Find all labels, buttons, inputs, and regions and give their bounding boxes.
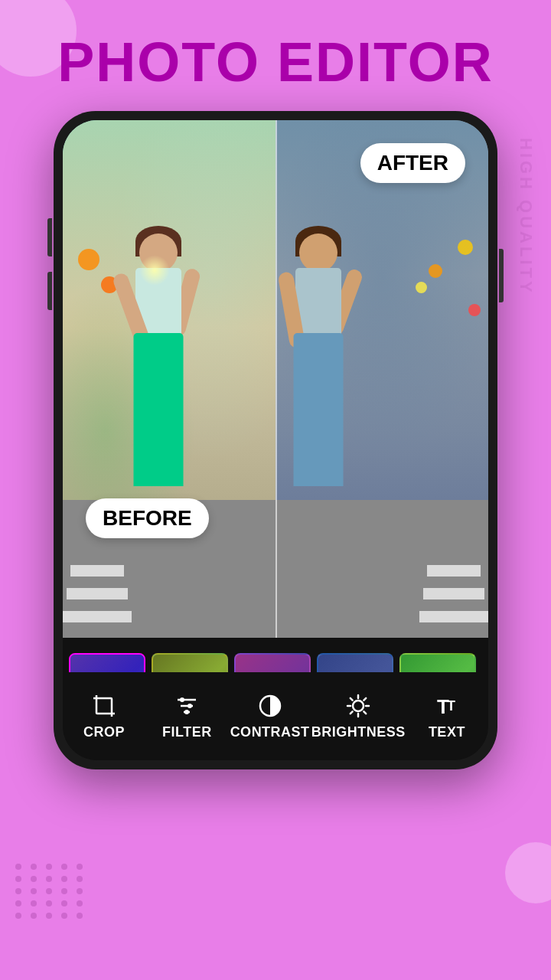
person-after <box>276 172 382 638</box>
road-stripe <box>427 565 481 577</box>
road-stripe <box>419 611 488 622</box>
tool-filter[interactable]: FILTER <box>145 692 228 740</box>
tool-text[interactable]: T T TEXT <box>406 692 488 740</box>
svg-rect-0 <box>96 698 112 714</box>
label-after: AFTER <box>360 143 465 183</box>
power-button <box>499 249 504 302</box>
watermark-text: HIGH QUALITY <box>516 138 536 296</box>
svg-point-10 <box>184 710 189 714</box>
label-before: BEFORE <box>86 498 209 538</box>
svg-line-19 <box>364 698 367 701</box>
jeans-after <box>293 333 343 486</box>
bokeh-light <box>429 264 442 278</box>
svg-line-20 <box>350 711 353 714</box>
filter-label: FILTER <box>162 724 212 740</box>
svg-text:T: T <box>447 698 455 714</box>
app-title: PHOTO EDITOR <box>0 31 551 93</box>
bokeh-light <box>458 240 473 255</box>
crop-label: CROP <box>83 724 125 740</box>
filter-icon <box>173 692 201 720</box>
contrast-icon <box>256 692 284 720</box>
text-icon: T T <box>433 692 461 720</box>
brightness-label: BRIGHTNESS <box>311 724 406 740</box>
photo-preview-area: BEFORE AFTER <box>63 120 488 638</box>
text-label: TEXT <box>429 724 465 740</box>
bokeh-light <box>416 282 427 293</box>
contrast-label: CONTRAST <box>230 724 310 740</box>
brightness-icon <box>344 692 372 720</box>
photo-after <box>276 120 488 638</box>
tool-contrast[interactable]: CONTRAST <box>229 692 311 740</box>
phone-mockup: BEFORE AFTER <box>46 111 505 769</box>
jeans-before <box>134 333 184 486</box>
light-flare <box>139 255 170 286</box>
toolbar: CROP FILTER <box>63 672 488 760</box>
volume-up-button <box>47 218 52 256</box>
tool-crop[interactable]: CROP <box>63 692 145 740</box>
road-stripe <box>423 588 484 599</box>
phone-frame: BEFORE AFTER <box>54 111 497 769</box>
dot-grid-decoration <box>15 864 86 919</box>
volume-down-button <box>47 272 52 310</box>
person-before <box>95 172 223 638</box>
svg-line-18 <box>364 711 367 714</box>
photo-before <box>63 120 276 638</box>
svg-line-17 <box>350 698 353 701</box>
svg-point-9 <box>187 704 192 708</box>
before-after-divider <box>276 120 277 638</box>
phone-screen: BEFORE AFTER <box>63 120 488 760</box>
bokeh-light <box>468 304 481 316</box>
crop-icon <box>90 692 118 720</box>
svg-point-8 <box>180 697 184 702</box>
bg-decoration-bottom <box>505 842 551 903</box>
svg-point-12 <box>353 701 364 711</box>
tool-brightness[interactable]: BRIGHTNESS <box>311 692 406 740</box>
head-after <box>299 234 337 272</box>
